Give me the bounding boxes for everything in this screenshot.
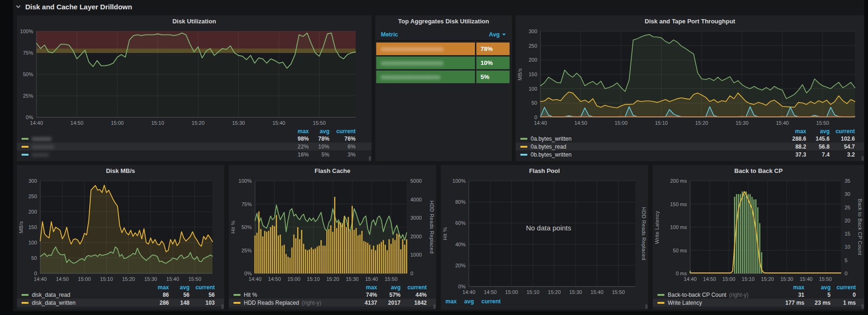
disk-utilization-chart[interactable]: 0%25%50%75%100%14:4014:5015:0015:1015:20… bbox=[17, 28, 372, 128]
legend-row[interactable]: 0a.bytes_written288.6145.6102.6 bbox=[516, 135, 864, 143]
grafana-dashboard: Disk and Cache Layer Drilldown Disk Util… bbox=[13, 0, 864, 311]
legend-col-max[interactable]: max bbox=[141, 284, 169, 291]
series-name[interactable]: HDD Reads Replaced bbox=[244, 300, 299, 306]
legend-col-avg[interactable]: avg bbox=[806, 128, 830, 135]
legend-col-current[interactable]: current bbox=[830, 128, 855, 135]
legend-row[interactable]: xxxxxx16%5%3% bbox=[17, 150, 372, 158]
panel-title[interactable]: Top Aggregates Disk Utilization bbox=[375, 15, 512, 28]
series-color-swatch bbox=[520, 154, 527, 156]
series-name[interactable]: xxxxxxxx bbox=[32, 143, 54, 150]
y-axis-tick: 20% bbox=[441, 262, 466, 269]
panel-resize-handle[interactable] bbox=[433, 304, 436, 309]
x-axis-tick: 15:40 bbox=[365, 276, 378, 282]
y-axis-tick: 250 bbox=[516, 43, 537, 49]
metric-cell[interactable]: xxxxxxxxxxxxxxxxxxxx bbox=[376, 43, 475, 55]
y-axis-tick: 200 ms bbox=[653, 178, 687, 184]
column-header-avg[interactable]: Avg bbox=[489, 31, 506, 38]
y-axis-right-tick: 15 bbox=[845, 230, 850, 237]
panel-title[interactable]: Disk MB/s bbox=[17, 165, 224, 177]
series-color-swatch bbox=[233, 302, 241, 304]
series-name[interactable]: 0b.bytes_written bbox=[531, 151, 571, 158]
section-header-disk-and-cache[interactable]: Disk and Cache Layer Drilldown bbox=[15, 1, 132, 12]
legend-col-max[interactable]: max bbox=[777, 128, 806, 135]
x-axis-tick: 15:30 bbox=[144, 276, 157, 282]
x-axis-tick: 15:00 bbox=[78, 276, 91, 282]
y-axis-tick: 100% bbox=[229, 178, 252, 184]
series-name[interactable]: xxxxxx bbox=[32, 151, 49, 158]
series-name[interactable]: 0a.bytes_read bbox=[531, 143, 566, 150]
legend-value-avg: 148 bbox=[169, 300, 190, 306]
legend-value-avg: 57% bbox=[377, 292, 401, 298]
table-row[interactable]: xxxxxxxxxxxxxxxxxxxx10% bbox=[376, 57, 510, 69]
legend-row[interactable]: disk_data_read865656 bbox=[17, 291, 224, 299]
series-name[interactable]: Back-to-back CP Count bbox=[668, 292, 726, 298]
back-to-back-chart[interactable]: Write Latency Back to Back CP Count 0 ms… bbox=[653, 177, 864, 284]
y-axis-tick: 150 bbox=[17, 224, 37, 230]
legend-col-current[interactable]: current bbox=[831, 284, 856, 291]
legend-row[interactable]: xxxxxxx98%78%76% bbox=[17, 135, 372, 143]
legend-row[interactable]: 0b.bytes_written37.37.43.2 bbox=[516, 150, 864, 158]
legend-col-current[interactable]: current bbox=[401, 284, 427, 291]
legend-col-max[interactable]: max bbox=[773, 284, 804, 291]
metric-cell[interactable]: xxxxxxxxxxxxxxxxxxx bbox=[376, 71, 475, 83]
panel-title[interactable]: Flash Pool bbox=[441, 165, 648, 177]
metric-cell[interactable]: xxxxxxxxxxxxxxxxxxxx bbox=[376, 57, 475, 69]
series-name[interactable]: Write Latency bbox=[668, 300, 702, 306]
panel-title[interactable]: Back to Back CP bbox=[653, 165, 864, 177]
panel-resize-handle[interactable] bbox=[645, 304, 648, 309]
legend-col-current[interactable]: current bbox=[481, 298, 501, 305]
sort-desc-icon bbox=[502, 34, 506, 37]
legend-col-avg[interactable]: avg bbox=[377, 284, 401, 291]
legend-row[interactable]: HDD Reads Replaced(right-y)413720171842 bbox=[229, 299, 436, 307]
table-row[interactable]: xxxxxxxxxxxxxxxxxxxx78% bbox=[376, 43, 510, 55]
legend-col-current[interactable]: current bbox=[329, 128, 356, 135]
series-name[interactable]: 0a.bytes_written bbox=[531, 136, 571, 142]
panel-resize-handle[interactable] bbox=[221, 304, 224, 309]
avg-value-cell: 10% bbox=[476, 57, 510, 69]
legend-row[interactable]: disk_data_written286148103 bbox=[17, 299, 224, 307]
y-axis-tick: 50% bbox=[229, 224, 252, 230]
series-name[interactable]: xxxxxxx bbox=[32, 136, 51, 142]
flash-pool-chart[interactable]: Hit % HDD Reads Replaced No data points … bbox=[441, 177, 648, 297]
x-axis-tick: 15:50 bbox=[612, 289, 625, 295]
column-header-metric[interactable]: Metric bbox=[381, 31, 398, 38]
legend-value-avg: 145.6 bbox=[806, 136, 830, 142]
panel-title[interactable]: Flash Cache bbox=[229, 165, 436, 177]
y-axis-tick: 150 bbox=[516, 71, 537, 78]
legend-row[interactable]: xxxxxxxx22%10%6% bbox=[17, 143, 372, 150]
series-name[interactable]: Hit % bbox=[244, 292, 257, 298]
panel-title[interactable]: Disk and Tape Port Throughput bbox=[516, 15, 864, 28]
legend-value-avg: 23 ms bbox=[804, 300, 831, 306]
legend-row[interactable]: Hit %74%57%44% bbox=[229, 291, 436, 299]
legend-row[interactable]: Write Latency177 ms23 ms1 ms bbox=[653, 299, 864, 307]
legend-col-avg[interactable]: avg bbox=[169, 284, 190, 291]
table-row[interactable]: xxxxxxxxxxxxxxxxxxx5% bbox=[376, 71, 510, 83]
legend-col-max[interactable]: max bbox=[349, 284, 377, 291]
panel-resize-handle[interactable] bbox=[861, 304, 864, 309]
legend-col-avg[interactable]: avg bbox=[309, 128, 329, 135]
x-axis-tick: 15:30 bbox=[736, 120, 749, 126]
flash_cache-plot bbox=[229, 177, 436, 284]
series-name[interactable]: disk_data_written bbox=[32, 300, 75, 306]
panel-resize-handle[interactable] bbox=[369, 156, 371, 161]
y-axis-right-tick: 0 bbox=[845, 270, 847, 277]
back_to_back-plot bbox=[653, 177, 864, 284]
flash-cache-chart[interactable]: Hit % HDD Reads Replaced 0%25%50%75%100%… bbox=[229, 177, 436, 284]
y-axis-tick: 100 bbox=[516, 86, 537, 92]
series-name[interactable]: disk_data_read bbox=[32, 292, 70, 298]
legend-col-max[interactable]: max bbox=[445, 298, 457, 305]
disk-utilization-legend: maxavgcurrentxxxxxxx98%78%76%xxxxxxxx22%… bbox=[17, 128, 372, 158]
legend-row[interactable]: 0a.bytes_read88.256.854.7 bbox=[516, 143, 864, 150]
legend-col-max[interactable]: max bbox=[281, 128, 309, 135]
flash_pool-plot bbox=[441, 177, 648, 297]
legend-col-current[interactable]: current bbox=[190, 284, 215, 291]
x-axis-tick: 15:20 bbox=[548, 289, 561, 295]
panel-resize-handle[interactable] bbox=[861, 156, 864, 161]
panel-title[interactable]: Disk Utilization bbox=[17, 15, 372, 28]
legend-col-avg[interactable]: avg bbox=[464, 298, 474, 305]
legend-col-avg[interactable]: avg bbox=[804, 284, 831, 291]
legend-header-row: maxavgcurrent bbox=[17, 128, 372, 135]
disk-tape-chart[interactable]: MB/s 05010015020025030014:4014:5015:0015… bbox=[516, 28, 864, 128]
legend-row[interactable]: Back-to-back CP Count(right-y)3150 bbox=[653, 291, 864, 299]
disk-mbs-chart[interactable]: MB/s 05010015020025030014:4014:5015:0015… bbox=[17, 177, 224, 284]
